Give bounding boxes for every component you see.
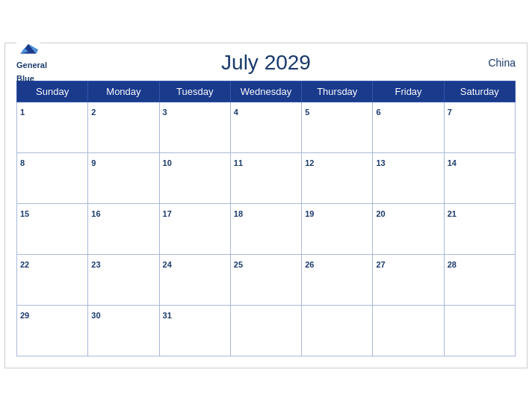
day-number: 19 xyxy=(305,209,314,218)
calendar-cell: 5 xyxy=(302,102,373,153)
calendar-cell: 22 xyxy=(17,255,88,306)
calendar-cell: 12 xyxy=(302,153,373,204)
day-number: 5 xyxy=(305,108,309,117)
calendar-cell: 15 xyxy=(17,204,88,255)
day-number: 25 xyxy=(234,260,243,269)
day-number: 22 xyxy=(20,260,29,269)
day-number: 10 xyxy=(163,158,172,167)
day-number: 16 xyxy=(91,209,100,218)
calendar-cell: 7 xyxy=(444,102,515,153)
day-number: 6 xyxy=(376,108,380,117)
day-number: 2 xyxy=(91,108,96,117)
day-number: 17 xyxy=(163,209,172,218)
header-thursday: Thursday xyxy=(302,81,373,102)
calendar-cell: 19 xyxy=(302,204,373,255)
calendar-header: General Blue July 2029 China xyxy=(16,51,516,75)
calendar-cell: 8 xyxy=(17,153,88,204)
day-number: 14 xyxy=(448,158,457,167)
calendar-cell xyxy=(302,306,373,356)
calendar-cell: 14 xyxy=(444,153,515,204)
calendar-cell: 3 xyxy=(159,102,230,153)
day-number: 30 xyxy=(91,311,100,320)
calendar-cell: 17 xyxy=(159,204,230,255)
calendar-cell: 21 xyxy=(444,204,515,255)
calendar-cell: 16 xyxy=(88,204,159,255)
day-number: 20 xyxy=(376,209,385,218)
calendar-cell xyxy=(373,306,444,356)
calendar-cell: 24 xyxy=(159,255,230,306)
calendar-title: July 2029 xyxy=(221,51,311,75)
day-number: 28 xyxy=(448,260,457,269)
calendar-cell: 27 xyxy=(373,255,444,306)
day-number: 21 xyxy=(448,209,457,218)
header-wednesday: Wednesday xyxy=(230,81,301,102)
calendar-table: Sunday Monday Tuesday Wednesday Thursday… xyxy=(16,81,516,356)
calendar-cell: 20 xyxy=(373,204,444,255)
logo: General Blue xyxy=(16,42,47,84)
header-saturday: Saturday xyxy=(444,81,515,102)
calendar-cell: 2 xyxy=(88,102,159,153)
week-row-1: 1234567 xyxy=(17,102,516,153)
logo-text: General Blue xyxy=(16,58,47,84)
calendar-cell: 28 xyxy=(444,255,515,306)
calendar-cell: 1 xyxy=(17,102,88,153)
calendar-cell: 11 xyxy=(230,153,301,204)
calendar-cell xyxy=(230,306,301,356)
week-row-5: 293031 xyxy=(17,306,516,356)
calendar: General Blue July 2029 China Sunday Mond… xyxy=(4,43,528,368)
header-monday: Monday xyxy=(88,81,159,102)
calendar-cell: 30 xyxy=(88,306,159,356)
day-number: 18 xyxy=(234,209,243,218)
calendar-cell: 13 xyxy=(373,153,444,204)
day-number: 23 xyxy=(91,260,100,269)
header-tuesday: Tuesday xyxy=(159,81,230,102)
week-row-3: 15161718192021 xyxy=(17,204,516,255)
calendar-body: 1234567891011121314151617181920212223242… xyxy=(17,102,516,356)
header-friday: Friday xyxy=(373,81,444,102)
week-row-4: 22232425262728 xyxy=(17,255,516,306)
day-number: 27 xyxy=(376,260,385,269)
day-number: 3 xyxy=(163,108,167,117)
logo-icon xyxy=(16,42,40,57)
day-number: 29 xyxy=(20,311,29,320)
calendar-cell: 10 xyxy=(159,153,230,204)
weekday-header-row: Sunday Monday Tuesday Wednesday Thursday… xyxy=(17,81,516,102)
day-number: 26 xyxy=(305,260,314,269)
week-row-2: 891011121314 xyxy=(17,153,516,204)
day-number: 7 xyxy=(448,108,452,117)
day-number: 4 xyxy=(234,108,238,117)
day-number: 31 xyxy=(163,311,172,320)
day-number: 9 xyxy=(91,158,96,167)
day-number: 11 xyxy=(234,158,243,167)
day-number: 24 xyxy=(163,260,172,269)
day-number: 8 xyxy=(20,158,25,167)
day-number: 15 xyxy=(20,209,29,218)
calendar-cell: 9 xyxy=(88,153,159,204)
calendar-cell: 29 xyxy=(17,306,88,356)
calendar-cell xyxy=(444,306,515,356)
calendar-cell: 18 xyxy=(230,204,301,255)
calendar-cell: 23 xyxy=(88,255,159,306)
calendar-cell: 31 xyxy=(159,306,230,356)
calendar-cell: 4 xyxy=(230,102,301,153)
day-number: 1 xyxy=(20,108,25,117)
day-number: 13 xyxy=(376,158,385,167)
day-number: 12 xyxy=(305,158,314,167)
header-sunday: Sunday xyxy=(17,81,88,102)
calendar-cell: 26 xyxy=(302,255,373,306)
country-label: China xyxy=(488,57,516,69)
calendar-cell: 6 xyxy=(373,102,444,153)
calendar-cell: 25 xyxy=(230,255,301,306)
